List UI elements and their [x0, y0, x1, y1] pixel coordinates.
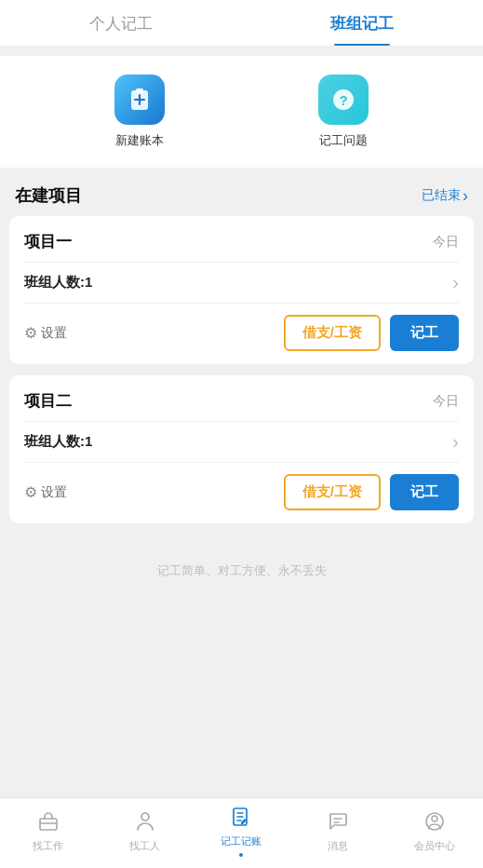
- question-label: 记工问题: [319, 132, 368, 149]
- nav-message-label: 消息: [328, 839, 348, 853]
- nav-find-work[interactable]: 找工作: [20, 810, 76, 853]
- project-2-name: 项目二: [24, 390, 72, 412]
- svg-rect-1: [136, 88, 143, 92]
- main-content: 新建账本 ? 记工问题 在建项目 已结束 项目一 今日 班组人数:1 ›: [0, 56, 483, 672]
- project-2-header: 项目二 今日: [24, 390, 459, 412]
- tagline: 记工简单、对工方便、永不丢失: [0, 535, 483, 598]
- quick-actions-bar: 新建账本 ? 记工问题: [0, 56, 483, 168]
- project-2-borrow-button[interactable]: 借支/工资: [284, 474, 381, 510]
- project-1-date: 今日: [433, 234, 459, 251]
- gear-icon-2: ⚙: [24, 483, 37, 501]
- project-1-members-text: 班组人数:1: [24, 274, 92, 292]
- section-title: 在建项目: [15, 184, 82, 207]
- project-1-settings-label: 设置: [41, 325, 67, 342]
- nav-record[interactable]: 记工记账: [213, 806, 269, 857]
- gear-icon: ⚙: [24, 324, 37, 342]
- briefcase-icon: [37, 810, 60, 836]
- person-icon: [134, 810, 156, 836]
- project-1-members-arrow: ›: [452, 272, 459, 293]
- project-2-members-text: 班组人数:1: [24, 433, 92, 451]
- new-account-button[interactable]: 新建账本: [114, 75, 165, 149]
- bottom-nav: 找工作 找工人 记工记账: [0, 797, 483, 868]
- project-1-action-buttons: 借支/工资 记工: [284, 315, 459, 351]
- project-1-settings-button[interactable]: ⚙ 设置: [24, 324, 67, 342]
- notebook-icon: [230, 806, 252, 832]
- project-card-1: 项目一 今日 班组人数:1 › ⚙ 设置 借支/工资 记工: [9, 216, 474, 364]
- project-2-settings-label: 设置: [41, 484, 67, 501]
- question-button[interactable]: ? 记工问题: [318, 75, 369, 149]
- svg-point-16: [432, 816, 437, 821]
- nav-find-worker-label: 找工人: [129, 839, 160, 853]
- new-account-label: 新建账本: [115, 132, 164, 149]
- project-2-actions: ⚙ 设置 借支/工资 记工: [24, 474, 459, 510]
- nav-find-worker[interactable]: 找工人: [117, 810, 173, 853]
- project-2-action-buttons: 借支/工资 记工: [284, 474, 459, 510]
- question-icon: ?: [318, 75, 369, 125]
- project-2-members[interactable]: 班组人数:1 ›: [24, 421, 459, 463]
- project-2-record-button[interactable]: 记工: [390, 474, 459, 510]
- nav-record-label: 记工记账: [221, 834, 262, 848]
- ended-projects-link[interactable]: 已结束: [422, 187, 468, 204]
- project-1-actions: ⚙ 设置 借支/工资 记工: [24, 315, 459, 351]
- svg-rect-6: [40, 819, 57, 830]
- svg-text:?: ?: [340, 92, 348, 108]
- tab-personal[interactable]: 个人记工: [0, 13, 242, 46]
- project-1-borrow-button[interactable]: 借支/工资: [284, 315, 381, 351]
- nav-find-work-label: 找工作: [33, 839, 63, 853]
- nav-message[interactable]: 消息: [310, 810, 366, 853]
- project-1-record-button[interactable]: 记工: [390, 315, 459, 351]
- tab-team[interactable]: 班组记工: [242, 13, 484, 46]
- section-header: 在建项目 已结束: [0, 168, 483, 216]
- clipboard-plus-icon: [127, 87, 153, 113]
- chat-icon: [327, 810, 349, 836]
- nav-active-indicator: [239, 853, 243, 857]
- project-2-date: 今日: [433, 393, 459, 410]
- project-1-name: 项目一: [24, 231, 72, 252]
- project-1-members[interactable]: 班组人数:1 ›: [24, 262, 459, 304]
- project-card-2: 项目二 今日 班组人数:1 › ⚙ 设置 借支/工资 记工: [9, 375, 474, 523]
- project-1-header: 项目一 今日: [24, 231, 459, 252]
- project-2-settings-button[interactable]: ⚙ 设置: [24, 483, 67, 501]
- nav-member-center[interactable]: 会员中心: [407, 810, 463, 853]
- project-2-members-arrow: ›: [452, 431, 459, 453]
- new-account-icon: [114, 75, 165, 125]
- user-circle-icon: [423, 810, 446, 836]
- svg-point-8: [141, 813, 149, 821]
- nav-member-label: 会员中心: [414, 839, 455, 853]
- question-circle-icon: ?: [330, 87, 356, 113]
- header-tabs: 个人记工 班组记工: [0, 0, 483, 47]
